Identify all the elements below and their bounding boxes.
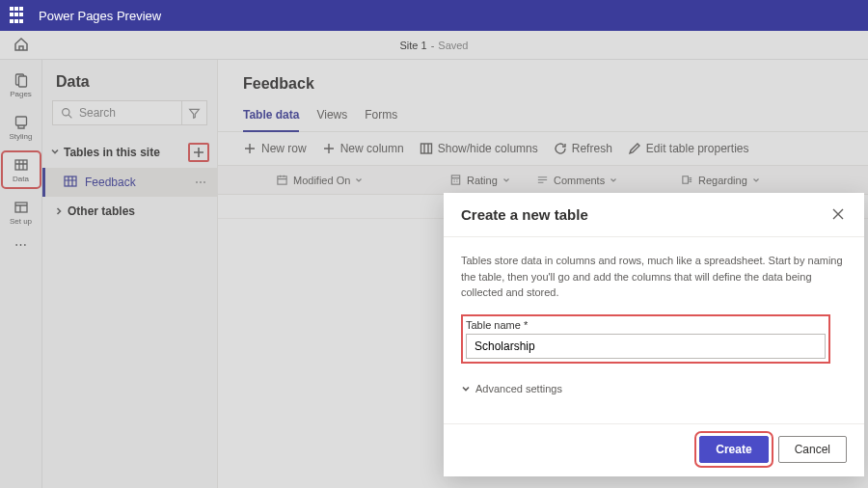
modal-description: Tables store data in columns and rows, m… [461,253,847,301]
titlebar: Power Pages Preview [0,0,868,31]
table-name-label: Table name * [466,319,826,331]
cancel-button[interactable]: Cancel [778,436,847,463]
app-name: Power Pages Preview [39,9,161,23]
close-icon [831,207,845,221]
advanced-settings-toggle[interactable]: Advanced settings [461,383,847,394]
table-name-field-wrap: Table name * [461,314,830,364]
create-button[interactable]: Create [699,436,768,463]
modal-title: Create a new table [461,206,588,223]
waffle-icon[interactable] [10,7,27,24]
table-name-input[interactable] [466,334,826,359]
modal-close-button[interactable] [831,207,847,223]
create-table-modal: Create a new table Tables store data in … [444,193,864,476]
chevron-down-icon [461,384,471,393]
